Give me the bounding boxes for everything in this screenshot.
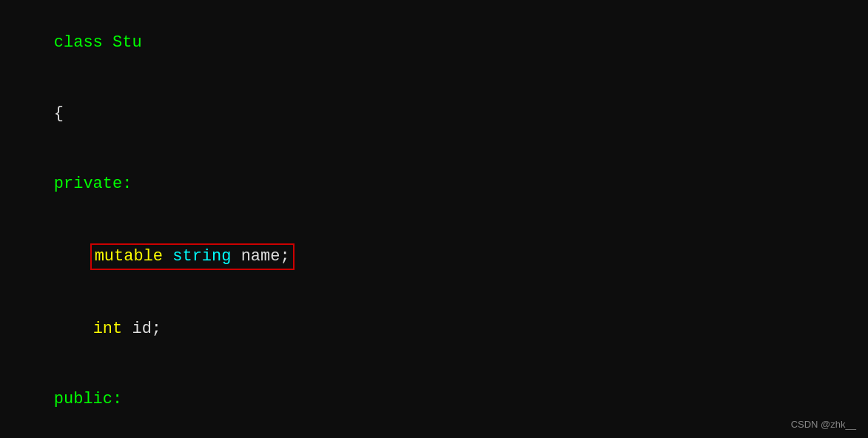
code-block: class Stu { private: mutable string name… <box>0 0 868 438</box>
code-line-3: private: <box>15 149 853 220</box>
keyword-class: class <box>54 33 112 52</box>
brace-open: { <box>54 104 64 123</box>
keyword-string: string <box>172 247 240 266</box>
indent-4 <box>54 247 93 266</box>
keyword-int: int <box>93 320 132 338</box>
watermark-text: CSDN @zhk__ <box>791 418 856 432</box>
highlighted-mutable-line: mutable string name; <box>90 243 295 270</box>
code-line-6: public: <box>15 364 853 435</box>
class-name: Stu <box>112 33 142 52</box>
code-line-2: { <box>15 78 853 149</box>
code-line-5: int id; <box>15 294 853 365</box>
keyword-public: public: <box>54 390 122 408</box>
keyword-private: private: <box>54 175 132 193</box>
var-name: name; <box>241 247 290 266</box>
code-line-1: class Stu <box>15 7 853 78</box>
indent-5 <box>54 320 93 338</box>
code-line-7: Stu(){} <box>15 435 853 438</box>
var-id: id; <box>132 320 161 338</box>
keyword-mutable: mutable <box>95 247 173 266</box>
code-line-4: mutable string name; <box>15 220 853 294</box>
